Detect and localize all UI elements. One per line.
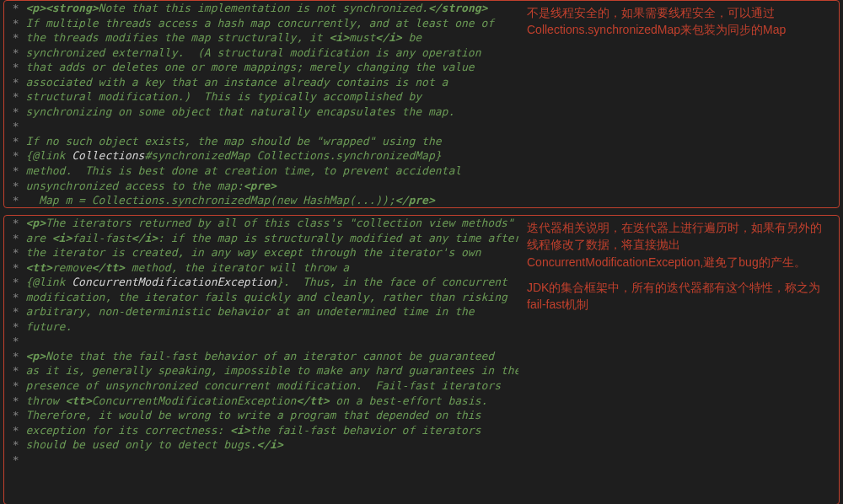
code-line: * future. xyxy=(6,319,513,335)
comment-star: * xyxy=(6,164,19,177)
code-segment: ConcurrentModificationException xyxy=(92,394,297,407)
comment-star: * xyxy=(6,305,19,318)
comment-star: * xyxy=(6,350,19,362)
code-line: * associated with a key that an instance… xyxy=(6,75,513,90)
comment-star: * xyxy=(6,217,19,229)
code-line: * modification, the iterator fails quick… xyxy=(6,290,513,305)
comment-star: * xyxy=(6,394,19,407)
code-segment: as it is, generally speaking, impossible… xyxy=(19,364,518,377)
code-segment: method, the iterator will throw a xyxy=(125,261,349,274)
code-line: * throw <tt>ConcurrentModificationExcept… xyxy=(6,394,513,409)
code-segment: </tt> xyxy=(92,261,125,274)
code-segment: be xyxy=(402,31,422,44)
code-segment: <p> xyxy=(25,217,45,229)
comment-star: * xyxy=(6,90,19,103)
note-text: 不是线程安全的，如果需要线程安全，可以通过Collections.synchro… xyxy=(527,4,830,39)
code-segment: #synchronizedMap Collections.synchronize… xyxy=(144,149,441,162)
code-segment: should be used only to detect bugs. xyxy=(19,438,257,451)
code-segment: Note that this implementation is not syn… xyxy=(99,2,428,14)
code-segment: on a best-effort basis. xyxy=(330,394,488,407)
code-line: * If no such object exists, the map shou… xyxy=(6,134,513,149)
code-line: * xyxy=(6,119,513,134)
comment-star: * xyxy=(6,149,19,162)
code-segment: {@link xyxy=(25,149,72,162)
code-segment: remove xyxy=(52,261,92,274)
code-segment: unsynchronized access to the map: xyxy=(19,180,244,192)
annotation-note-2: 迭代器相关说明，在迭代器上进行遍历时，如果有另外的线程修改了数据，将直接抛出Co… xyxy=(518,216,839,504)
code-line: * synchronized externally. (A structural… xyxy=(6,46,513,61)
code-segment: the iterator is created, in any way exce… xyxy=(19,246,481,259)
code-line: * xyxy=(6,334,513,349)
comment-star: * xyxy=(6,76,19,88)
comment-star: * xyxy=(6,424,19,437)
code-segment: </i> xyxy=(375,31,401,44)
comment-star: * xyxy=(6,409,19,421)
code-segment: the threads modifies the map structurall… xyxy=(19,31,330,44)
comment-star: * xyxy=(6,180,19,192)
code-line: * presence of unsynchronized concurrent … xyxy=(6,378,513,394)
code-segment: <i> xyxy=(52,232,72,244)
code-segment: arbitrary, non-deterministic behavior at… xyxy=(19,305,475,318)
code-segment: If no such object exists, the map should… xyxy=(19,135,442,147)
comment-star: * xyxy=(6,453,19,466)
code-line: * the threads modifies the map structura… xyxy=(6,30,513,46)
code-segment: modification, the iterator fails quickly… xyxy=(19,291,507,303)
comment-star: * xyxy=(6,135,19,147)
code-segment: If multiple threads access a hash map co… xyxy=(19,17,495,29)
code-line: * xyxy=(6,453,513,468)
code-line: * synchronizing on some object that natu… xyxy=(6,105,513,120)
code-segment: that adds or deletes one or more mapping… xyxy=(19,61,475,73)
code-segment: <i> xyxy=(230,424,250,437)
spacer xyxy=(527,271,830,279)
note-text: 迭代器相关说明，在迭代器上进行遍历时，如果有另外的线程修改了数据，将直接抛出Co… xyxy=(527,219,830,271)
code-segment: the fail-fast behavior of iterators xyxy=(250,424,481,437)
comment-star: * xyxy=(6,232,19,244)
comment-star: * xyxy=(6,61,19,73)
code-segment: <i> xyxy=(330,31,349,44)
code-segment: method. This is best done at creation ti… xyxy=(19,164,461,177)
code-segment: The iterators returned by all of this cl… xyxy=(46,217,514,229)
code-segment: Collections xyxy=(72,149,144,162)
code-line: * are <i>fail-fast</i>: if the map is st… xyxy=(6,231,513,246)
code-segment: must xyxy=(349,31,375,44)
code-segment: . Thus, in the face of concurrent xyxy=(283,276,507,288)
code-segment: <p> xyxy=(25,350,45,362)
javadoc-code-2: * <p>The iterators returned by all of th… xyxy=(4,216,518,504)
code-line: * the iterator is created, in any way ex… xyxy=(6,245,513,260)
code-segment: <tt> xyxy=(65,394,91,407)
annotated-block-1: * <p><strong>Note that this implementati… xyxy=(3,0,840,208)
comment-star: * xyxy=(6,291,19,303)
code-segment: presence of unsynchronized concurrent mo… xyxy=(19,379,501,392)
code-line: * <tt>remove</tt> method, the iterator w… xyxy=(6,260,513,276)
code-line: * as it is, generally speaking, impossib… xyxy=(6,363,513,378)
code-segment: </pre> xyxy=(395,194,435,206)
code-segment: </tt> xyxy=(296,394,329,407)
note-text: JDK的集合框架中，所有的迭代器都有这个特性，称之为fail-fast机制 xyxy=(527,279,830,314)
code-line: * Map m = Collections.synchronizedMap(ne… xyxy=(6,193,513,207)
code-segment: fail-fast xyxy=(72,232,131,244)
code-segment: <tt> xyxy=(25,261,51,274)
comment-star: * xyxy=(6,105,19,118)
code-segment: </strong> xyxy=(428,2,487,14)
code-line: * arbitrary, non-deterministic behavior … xyxy=(6,304,513,319)
annotated-block-2: * <p>The iterators returned by all of th… xyxy=(3,215,840,504)
code-line: * that adds or deletes one or more mappi… xyxy=(6,60,513,75)
comment-star: * xyxy=(6,17,19,29)
code-segment: Note that the fail-fast behavior of an i… xyxy=(46,350,494,362)
code-line: * method. This is best done at creation … xyxy=(6,164,513,179)
code-line: * should be used only to detect bugs.</i… xyxy=(6,437,513,453)
code-segment: associated with a key that an instance a… xyxy=(19,76,448,88)
code-segment: } xyxy=(277,276,283,288)
comment-star: * xyxy=(6,379,19,392)
code-line: * <p><strong>Note that this implementati… xyxy=(6,1,513,16)
comment-star: * xyxy=(6,320,19,333)
comment-star: * xyxy=(6,46,19,59)
code-line: * {@link Collections#synchronizedMap Col… xyxy=(6,148,513,164)
code-segment: Therefore, it would be wrong to write a … xyxy=(19,409,481,421)
code-line: * structural modification.) This is typi… xyxy=(6,89,513,105)
comment-star: * xyxy=(6,261,19,274)
code-segment: synchronized externally. (A structural m… xyxy=(19,46,481,59)
comment-star: * xyxy=(6,438,19,451)
code-line: * {@link ConcurrentModificationException… xyxy=(6,275,513,290)
code-segment: Map m = Collections.synchronizedMap(new … xyxy=(19,194,395,206)
